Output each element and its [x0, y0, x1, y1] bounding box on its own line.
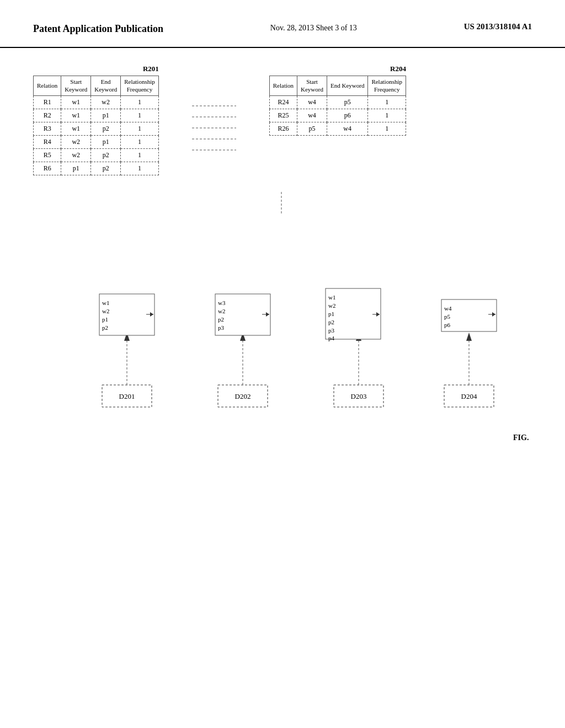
- table-r201-wrapper: R201 Relation StartKeyword EndKeyword Re…: [33, 65, 159, 175]
- table-row: R5w2p21: [34, 148, 159, 162]
- table-row: R25w4p61: [269, 109, 406, 122]
- svg-text:p1: p1: [328, 311, 334, 317]
- svg-text:p2: p2: [102, 324, 108, 331]
- svg-text:p5: p5: [444, 313, 451, 320]
- svg-text:w2: w2: [218, 308, 225, 314]
- col-start-kw: StartKeyword: [61, 76, 91, 96]
- col-end-kw: EndKeyword: [91, 76, 121, 96]
- svg-text:D201: D201: [119, 392, 135, 400]
- svg-text:p4: p4: [328, 335, 335, 341]
- table-r201-header: Relation StartKeyword EndKeyword Relatio…: [34, 76, 159, 96]
- svg-text:w1: w1: [102, 299, 109, 306]
- svg-marker-21: [466, 333, 472, 341]
- svg-text:w4: w4: [444, 305, 452, 312]
- col-start-kw-2: StartKeyword: [297, 76, 327, 96]
- table-row: R2w1p11: [34, 109, 159, 122]
- publication-title: Patent Application Publication: [33, 22, 163, 36]
- svg-text:p2: p2: [328, 319, 334, 325]
- table-row: R6p1p21: [34, 162, 159, 175]
- svg-text:D202: D202: [235, 392, 251, 400]
- main-content: R201 Relation StartKeyword EndKeyword Re…: [0, 48, 565, 462]
- svg-text:D204: D204: [461, 392, 477, 400]
- fig-2b-diagram: D201 D202 D203 D204: [33, 192, 530, 446]
- tables-section: R201 Relation StartKeyword EndKeyword Re…: [33, 65, 532, 175]
- table-row: R3w1p21: [34, 122, 159, 135]
- col-end-kw-2: End Keyword: [327, 76, 367, 96]
- svg-text:p2: p2: [218, 316, 224, 323]
- separator-lines: [192, 95, 236, 161]
- date-sheet: Nov. 28, 2013 Sheet 3 of 13: [270, 22, 357, 34]
- table-r201: Relation StartKeyword EndKeyword Relatio…: [33, 76, 159, 175]
- svg-text:w2: w2: [102, 308, 109, 314]
- svg-text:p1: p1: [102, 316, 108, 323]
- table-r204-label: R204: [269, 65, 406, 73]
- table-row: R24w4p51: [269, 95, 406, 109]
- svg-text:p3: p3: [328, 327, 335, 334]
- table-r204-header: Relation StartKeyword End Keyword Relati…: [269, 76, 406, 96]
- table-row: R4w2p11: [34, 135, 159, 148]
- svg-text:p3: p3: [218, 324, 225, 331]
- table-row: R1w1w21: [34, 95, 159, 109]
- diagram-section: D201 D202 D203 D204: [33, 192, 532, 446]
- table-row: R26p5w41: [269, 122, 406, 135]
- svg-text:FIG. 2B: FIG. 2B: [513, 433, 530, 442]
- col-rel-freq: RelationshipFrequency: [121, 76, 159, 96]
- svg-text:w3: w3: [218, 299, 226, 306]
- col-relation-2: Relation: [269, 76, 297, 96]
- svg-text:D203: D203: [351, 392, 367, 400]
- svg-text:p6: p6: [444, 322, 451, 328]
- page-header: Patent Application Publication Nov. 28, …: [0, 0, 565, 48]
- table-r204-wrapper: R204 Relation StartKeyword End Keyword R…: [269, 65, 406, 175]
- table-r204: Relation StartKeyword End Keyword Relati…: [269, 76, 406, 136]
- patent-number: US 2013/318104 A1: [464, 22, 532, 31]
- svg-text:w2: w2: [328, 302, 335, 309]
- col-rel-freq-2: RelationshipFrequency: [368, 76, 406, 96]
- col-relation: Relation: [34, 76, 61, 96]
- svg-text:w1: w1: [328, 294, 335, 301]
- table-r201-label: R201: [33, 65, 159, 73]
- table-separator: [192, 65, 236, 175]
